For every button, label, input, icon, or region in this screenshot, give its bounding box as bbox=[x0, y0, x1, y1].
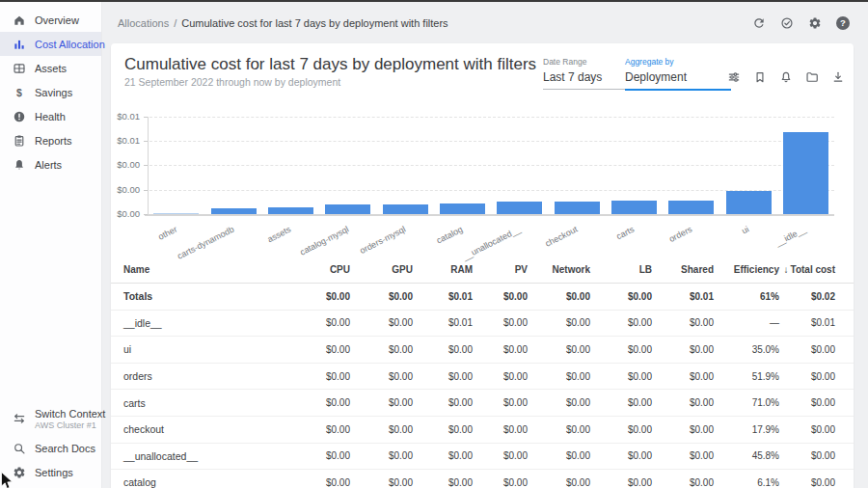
bookmark-icon[interactable] bbox=[751, 68, 768, 85]
sidebar-item-savings[interactable]: $Savings bbox=[0, 80, 101, 104]
folder-icon[interactable] bbox=[803, 68, 820, 85]
help-icon[interactable]: ? bbox=[835, 15, 851, 31]
bar-catalog[interactable] bbox=[440, 203, 485, 214]
cell-network: $0.00 bbox=[528, 371, 590, 382]
cell-pv: $0.00 bbox=[473, 450, 528, 461]
gear-icon[interactable] bbox=[807, 15, 823, 31]
sidebar-item-label: Assets bbox=[35, 63, 67, 74]
sidebar-item-overview[interactable]: Overview bbox=[0, 8, 101, 32]
bar-checkout[interactable] bbox=[555, 202, 600, 214]
breadcrumb-allocations-link[interactable]: Allocations bbox=[118, 17, 169, 29]
cell-total-cost: $0.00 bbox=[779, 371, 835, 382]
cell-gpu: $0.00 bbox=[350, 317, 413, 328]
cell-pv: $0.00 bbox=[473, 317, 528, 328]
cell-lb: $0.00 bbox=[590, 291, 652, 302]
table-header-row: NameCPUGPURAMPVNetworkLBSharedEfficiency… bbox=[111, 256, 854, 284]
sidebar-footer-settings[interactable]: Settings bbox=[0, 460, 101, 484]
check-circle-icon[interactable] bbox=[779, 15, 795, 31]
health-icon bbox=[13, 110, 26, 123]
cell-lb: $0.00 bbox=[590, 477, 652, 488]
cell-cpu: $0.00 bbox=[289, 317, 350, 328]
aggregate-by-select[interactable]: Deployment bbox=[625, 70, 731, 91]
sidebar-item-label: Health bbox=[35, 111, 66, 122]
row-name: orders bbox=[123, 370, 289, 382]
column-header-name[interactable]: Name bbox=[123, 264, 289, 275]
table-row-catalog[interactable]: catalog$0.00$0.00$0.00$0.00$0.00$0.00$0.… bbox=[111, 470, 854, 488]
sidebar-item-cost-allocation[interactable]: Cost Allocation bbox=[0, 32, 101, 56]
table-row-__idle__[interactable]: __idle__$0.00$0.00$0.01$0.00$0.00$0.00$0… bbox=[111, 311, 854, 338]
sidebar-item-reports[interactable]: Reports bbox=[0, 128, 101, 152]
cell-cpu: $0.00 bbox=[289, 450, 350, 461]
cell-efficiency: 61% bbox=[714, 291, 779, 302]
cell-shared: $0.00 bbox=[652, 397, 714, 408]
cell-network: $0.00 bbox=[528, 397, 590, 408]
table-row-__unallocated__[interactable]: __unallocated__$0.00$0.00$0.00$0.00$0.00… bbox=[111, 444, 854, 471]
bar-__idle__[interactable] bbox=[783, 132, 828, 214]
bar-other[interactable] bbox=[153, 213, 199, 214]
cell-pv: $0.00 bbox=[473, 291, 528, 302]
table-row-ui[interactable]: ui$0.00$0.00$0.00$0.00$0.00$0.00$0.0035.… bbox=[111, 337, 854, 364]
cell-cpu: $0.00 bbox=[289, 371, 350, 382]
cell-network: $0.00 bbox=[528, 291, 590, 302]
tune-icon[interactable] bbox=[725, 68, 742, 85]
table-row-carts[interactable]: carts$0.00$0.00$0.00$0.00$0.00$0.00$0.00… bbox=[111, 390, 854, 417]
bell-icon bbox=[13, 158, 26, 172]
bar-carts-dynamodb[interactable] bbox=[211, 208, 257, 214]
column-header-network[interactable]: Network bbox=[528, 264, 590, 275]
column-header-pv[interactable]: PV bbox=[473, 264, 528, 275]
sidebar: OverviewCost AllocationAssets$SavingsHea… bbox=[0, 2, 102, 488]
bar-__unallocated__[interactable] bbox=[497, 202, 542, 214]
footer-item-label: Switch Context bbox=[35, 408, 105, 420]
cell-network: $0.00 bbox=[528, 477, 590, 488]
refresh-icon[interactable] bbox=[751, 15, 767, 31]
y-tick-label: $0.00 bbox=[111, 208, 140, 219]
breadcrumb-separator: / bbox=[174, 17, 176, 29]
bar-catalog-mysql[interactable] bbox=[325, 204, 370, 214]
cell-cpu: $0.00 bbox=[289, 291, 350, 302]
sidebar-item-health[interactable]: Health bbox=[0, 104, 101, 128]
bar-orders-mysql[interactable] bbox=[383, 204, 428, 214]
cell-ram: $0.01 bbox=[413, 291, 473, 302]
dollar-icon: $ bbox=[13, 86, 26, 99]
bar-ui[interactable] bbox=[726, 191, 772, 214]
cell-gpu: $0.00 bbox=[350, 424, 413, 435]
cell-cpu: $0.00 bbox=[289, 477, 350, 488]
cell-cpu: $0.00 bbox=[289, 397, 350, 408]
bar-assets[interactable] bbox=[268, 207, 313, 214]
cell-total-cost: $0.00 bbox=[779, 397, 835, 408]
row-name: __unallocated__ bbox=[123, 450, 289, 462]
svg-text:$: $ bbox=[16, 86, 22, 97]
column-header-ram[interactable]: RAM bbox=[413, 264, 473, 275]
column-header-efficiency[interactable]: Efficiency bbox=[714, 264, 779, 275]
bell-icon[interactable] bbox=[777, 68, 794, 85]
column-header-shared[interactable]: Shared bbox=[652, 264, 714, 275]
cell-efficiency: 6.1% bbox=[714, 477, 779, 488]
y-tick-label: $0.00 bbox=[111, 184, 140, 195]
cell-efficiency: 45.8% bbox=[714, 450, 779, 461]
cell-gpu: $0.00 bbox=[350, 477, 413, 488]
column-header-total-cost[interactable]: ↓Total cost bbox=[779, 264, 835, 275]
table-row-checkout[interactable]: checkout$0.00$0.00$0.00$0.00$0.00$0.00$0… bbox=[111, 417, 854, 444]
bar-orders[interactable] bbox=[668, 201, 714, 214]
y-tick-label: $0.00 bbox=[111, 159, 140, 170]
sidebar-item-alerts[interactable]: Alerts bbox=[0, 152, 101, 176]
cell-total-cost: $0.02 bbox=[779, 291, 835, 302]
sidebar-item-assets[interactable]: Assets bbox=[0, 56, 101, 80]
sidebar-item-label: Overview bbox=[35, 14, 79, 26]
cell-pv: $0.00 bbox=[473, 424, 528, 435]
download-icon[interactable] bbox=[829, 68, 846, 85]
cell-total-cost: $0.00 bbox=[779, 450, 835, 461]
cell-efficiency: 17.9% bbox=[714, 424, 779, 435]
bar-carts[interactable] bbox=[611, 201, 657, 214]
swap-arrows-icon bbox=[13, 412, 26, 425]
sidebar-footer-search-docs[interactable]: Search Docs bbox=[0, 436, 101, 460]
table-row-totals[interactable]: Totals$0.00$0.00$0.01$0.00$0.00$0.00$0.0… bbox=[111, 284, 854, 311]
sidebar-footer-switch-context[interactable]: Switch ContextAWS Cluster #1 bbox=[0, 401, 101, 436]
column-header-lb[interactable]: LB bbox=[590, 264, 652, 275]
sidebar-footer: Switch ContextAWS Cluster #1Search DocsS… bbox=[0, 401, 101, 484]
column-header-cpu[interactable]: CPU bbox=[289, 264, 350, 275]
column-header-gpu[interactable]: GPU bbox=[350, 264, 413, 275]
table-row-orders[interactable]: orders$0.00$0.00$0.00$0.00$0.00$0.00$0.0… bbox=[111, 364, 854, 391]
search-icon bbox=[13, 442, 26, 455]
y-tick-label: $0.01 bbox=[111, 111, 140, 122]
